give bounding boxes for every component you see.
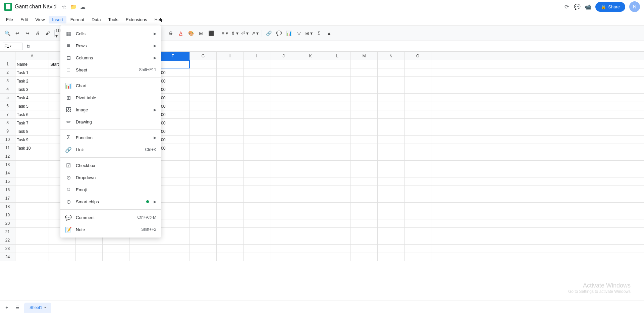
sheet-cell[interactable] [351, 228, 378, 236]
sheet-cell[interactable] [378, 161, 405, 169]
sheet-cell[interactable] [324, 228, 351, 236]
sheet-cell[interactable] [217, 60, 244, 68]
sheet-cell[interactable] [297, 68, 324, 77]
cloud-icon[interactable]: ☁ [79, 3, 86, 10]
sheet-cell[interactable] [217, 211, 244, 219]
add-sheet-button[interactable]: + [3, 304, 11, 312]
sheet-cell[interactable] [351, 94, 378, 102]
sheet-cell[interactable] [405, 228, 431, 236]
row-number[interactable]: 22 [0, 236, 15, 244]
sheet-cell[interactable] [15, 203, 49, 211]
sheet-cell[interactable] [15, 228, 49, 236]
sheet-cell[interactable]: Task 2 [15, 77, 49, 85]
folder-icon[interactable]: 📁 [70, 3, 77, 10]
sheet-cell[interactable] [324, 236, 351, 245]
sheet-cell[interactable] [378, 144, 405, 152]
sheet-cell[interactable] [244, 194, 270, 203]
sheet-cell[interactable] [297, 77, 324, 85]
sheet-cell[interactable] [378, 245, 405, 253]
sheet-cell[interactable] [190, 136, 217, 144]
sheet-cell[interactable] [324, 253, 351, 261]
sheet-cell[interactable] [156, 228, 190, 236]
sheet-cell[interactable] [351, 68, 378, 77]
sheet-cell[interactable] [378, 77, 405, 85]
comment-toolbar-btn[interactable]: 💬 [274, 29, 283, 38]
sheet-cell[interactable] [378, 177, 405, 186]
sheet-cell[interactable] [270, 77, 297, 85]
sheet-cell[interactable]: Task 8 [15, 127, 49, 136]
sheet-cell[interactable] [190, 94, 217, 102]
sheet-cell[interactable] [270, 253, 297, 261]
sheet-cell[interactable] [156, 152, 190, 161]
row-number[interactable]: 12 [0, 152, 15, 160]
menu-file[interactable]: File [3, 16, 16, 23]
table-toolbar-btn[interactable]: ⊞ ▾ [304, 29, 314, 38]
sheet-cell[interactable] [156, 60, 190, 68]
menu-item-image[interactable]: 🖼Image▶ [60, 104, 161, 116]
sheet-cell[interactable] [324, 102, 351, 110]
row-number[interactable]: 5 [0, 94, 15, 102]
col-header-o[interactable]: O [405, 52, 431, 60]
sheet-cell[interactable] [190, 85, 217, 94]
sheet-cell[interactable] [244, 102, 270, 110]
sheet-cell[interactable] [378, 85, 405, 94]
sheet-cell[interactable] [270, 211, 297, 219]
sheet-cell[interactable] [15, 245, 49, 253]
fill-color-btn[interactable]: 🎨 [186, 29, 196, 38]
sheet-cell[interactable] [405, 127, 431, 136]
sheet-cell[interactable] [190, 236, 217, 245]
user-avatar[interactable]: N [629, 1, 640, 12]
sheet-cell[interactable] [244, 203, 270, 211]
sheet-cell[interactable] [217, 219, 244, 228]
sheet-cell[interactable] [405, 102, 431, 110]
undo-btn[interactable]: ↩ [13, 29, 22, 38]
sheet-cell[interactable] [190, 127, 217, 136]
sheet-cell[interactable] [244, 60, 270, 68]
menu-item-cells[interactable]: ▦Cells▶ [60, 28, 161, 40]
sheet-cell[interactable] [129, 245, 156, 253]
sheet-cell[interactable] [324, 177, 351, 186]
sheet-cell[interactable] [217, 144, 244, 152]
sheet-cell[interactable] [378, 253, 405, 261]
col-header-i[interactable]: I [244, 52, 270, 60]
sheet-cell[interactable] [324, 136, 351, 144]
sheet-cell[interactable] [156, 203, 190, 211]
sheet-cell[interactable] [244, 136, 270, 144]
sheet-cell[interactable] [297, 203, 324, 211]
sheet-cell[interactable] [405, 94, 431, 102]
sheet-cell[interactable] [324, 245, 351, 253]
row-number[interactable]: 16 [0, 186, 15, 194]
row-number[interactable]: 18 [0, 203, 15, 211]
sheet-cell[interactable] [405, 119, 431, 127]
sheet-cell[interactable] [270, 102, 297, 110]
sheet-cell[interactable] [378, 194, 405, 203]
sheet-cell[interactable] [405, 245, 431, 253]
sheet-cell[interactable] [297, 169, 324, 177]
sheet-cell[interactable] [190, 228, 217, 236]
sheet-cell[interactable] [156, 253, 190, 261]
sheet-cell[interactable] [324, 85, 351, 94]
menu-item-note[interactable]: 📝NoteShift+F2 [60, 223, 161, 235]
sheet-cell[interactable] [244, 161, 270, 169]
sheet-cell[interactable] [270, 60, 297, 68]
sheet-cell[interactable] [405, 110, 431, 119]
sheet-cell[interactable] [324, 144, 351, 152]
sheet-cell[interactable] [244, 127, 270, 136]
share-button[interactable]: 🔒 Share [595, 2, 625, 12]
sheet-cell[interactable] [244, 169, 270, 177]
sheet-cell[interactable] [270, 152, 297, 161]
row-number[interactable]: 6 [0, 102, 15, 110]
row-number[interactable]: 3 [0, 77, 15, 85]
sheet-cell[interactable] [351, 194, 378, 203]
sheet-cell[interactable] [351, 152, 378, 161]
sheet-cell[interactable] [405, 77, 431, 85]
sheet-cell[interactable] [190, 245, 217, 253]
sheet-cell[interactable] [15, 177, 49, 186]
sheet-cell[interactable] [270, 127, 297, 136]
sheet-cell[interactable] [244, 245, 270, 253]
sheet-cell[interactable] [217, 228, 244, 236]
sheet-cell[interactable] [270, 219, 297, 228]
sheet-cell[interactable] [351, 211, 378, 219]
sheet-cell[interactable]: 7.00 [156, 68, 190, 77]
sheet-cell[interactable] [217, 236, 244, 245]
